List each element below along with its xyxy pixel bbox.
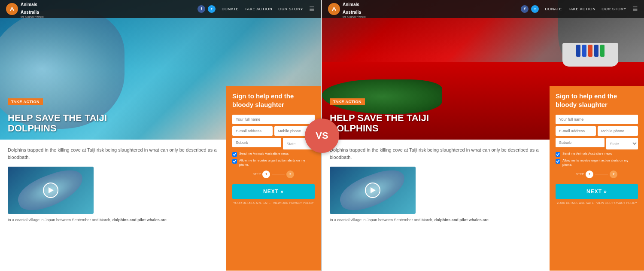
left-logo: Animals Australia for a kinder world: [6, 0, 44, 18]
right-step-1: 1: [586, 171, 593, 178]
step-line: [272, 174, 285, 174]
right-description: Dolphins trapped in the killing cove at …: [330, 146, 542, 161]
email-input[interactable]: [232, 126, 273, 136]
right-suburb-input[interactable]: [556, 138, 605, 147]
privacy-text: YOUR DETAILS ARE SAFE · VIEW OUR PRIVACY…: [232, 201, 315, 204]
right-step-indicator: STEP 1 2: [556, 171, 638, 178]
left-text-side: Dolphins trapped in the killing cove at …: [0, 140, 226, 271]
newsletter-label: Send me Animals Australia e-news: [239, 152, 289, 156]
right-alerts-checkbox[interactable]: [556, 159, 560, 164]
right-play-triangle-icon: [371, 187, 376, 193]
right-hero-title: HELP SAVE THE TAIJI DOLPHINS: [330, 113, 429, 134]
right-text-side: Dolphins trapped in the killing cove at …: [322, 140, 550, 271]
right-nav-links: f t DONATE TAKE ACTION OUR STORY ☰: [521, 5, 638, 13]
right-privacy-text: YOUR DETAILS ARE SAFE · VIEW OUR PRIVACY…: [556, 201, 638, 204]
right-form-panel: Sign to help end the bloody slaughter St…: [550, 86, 644, 271]
right-panel: Animals Australia for a kinder world f t…: [322, 0, 644, 271]
right-play-button[interactable]: [365, 183, 380, 198]
suburb-state-row: State NSW VIC QLD WA SA TAS ACT NT: [232, 138, 315, 149]
twitter-button[interactable]: t: [208, 5, 216, 13]
logo-sub: for a kinder world: [21, 15, 44, 18]
right-logo: Animals Australia for a kinder world: [328, 0, 366, 18]
right-caption: In a coastal village in Japan between Se…: [330, 217, 542, 223]
main-container: Animals Australia for a kinder world f t…: [0, 0, 644, 271]
right-logo-text2: Australia: [343, 10, 361, 15]
right-take-action-link[interactable]: TAKE ACTION: [568, 7, 595, 11]
left-panel: Animals Australia for a kinder world f t…: [0, 0, 322, 271]
play-triangle-icon: [49, 187, 54, 193]
social-links: f t: [197, 5, 216, 13]
facebook-button[interactable]: f: [197, 5, 205, 13]
right-menu-icon[interactable]: ☰: [632, 6, 638, 12]
left-description: Dolphins trapped in the killing cove at …: [8, 146, 219, 161]
donate-link[interactable]: DONATE: [222, 7, 239, 11]
alerts-checkbox[interactable]: [232, 159, 237, 164]
right-full-name-input[interactable]: [556, 115, 638, 124]
alerts-checkbox-row: Allow me to receive urgent action alerts…: [232, 158, 315, 167]
suburb-input[interactable]: [232, 138, 281, 147]
play-button[interactable]: [43, 183, 58, 198]
right-social-links: f t: [521, 5, 539, 13]
left-form-panel: Sign to help end the bloody slaughter St…: [226, 86, 321, 271]
logo-text2: Australia: [21, 10, 39, 15]
right-alerts-checkbox-row: Allow me to receive urgent action alerts…: [556, 158, 638, 167]
newsletter-checkbox[interactable]: [232, 152, 237, 157]
right-step-line: [595, 174, 608, 174]
right-email-input[interactable]: [556, 126, 596, 136]
left-hero-section: Animals Australia for a kinder world f t…: [0, 0, 321, 140]
right-suburb-state-row: State NSW VIC QLD WA SA TAS ACT NT: [556, 138, 638, 149]
right-video-thumb[interactable]: [330, 167, 416, 214]
our-story-link[interactable]: OUR STORY: [278, 7, 303, 11]
right-facebook-button[interactable]: f: [521, 5, 529, 13]
left-caption: In a coastal village in Japan between Se…: [8, 217, 219, 223]
logo-text: Animals: [21, 2, 37, 7]
left-nav-links: f t DONATE TAKE ACTION OUR STORY ☰: [197, 5, 315, 13]
next-button[interactable]: NEXT »: [232, 184, 315, 199]
left-video-thumb[interactable]: [8, 167, 94, 214]
right-hero-section: Animals Australia for a kinder world f t…: [322, 0, 644, 140]
step-indicator: STEP 1 2: [232, 171, 315, 178]
svg-point-1: [11, 7, 13, 9]
menu-icon[interactable]: ☰: [309, 6, 315, 12]
right-email-phone-row: [556, 126, 638, 136]
left-navbar: Animals Australia for a kinder world f t…: [0, 0, 321, 18]
left-hero-title: HELP SAVE THE TAIJI DOLPHINS: [8, 113, 107, 134]
alerts-label: Allow me to receive urgent action alerts…: [239, 158, 315, 167]
right-hero-badge: TAKE ACTION: [330, 98, 365, 105]
right-alerts-label: Allow me to receive urgent action alerts…: [562, 158, 638, 167]
vs-circle: VS: [305, 119, 339, 153]
right-next-button[interactable]: NEXT »: [556, 184, 638, 199]
step-1: 1: [262, 171, 270, 178]
right-logo-icon: [328, 3, 340, 15]
step-2: 2: [286, 171, 294, 178]
right-newsletter-checkbox[interactable]: [556, 152, 560, 157]
right-newsletter-label: Send me Animals Australia e-news: [562, 152, 612, 156]
full-name-input[interactable]: [232, 115, 315, 124]
right-form-title: Sign to help end the bloody slaughter: [556, 92, 638, 109]
left-hero-badge: TAKE ACTION: [8, 98, 43, 105]
right-twitter-button[interactable]: t: [531, 5, 539, 13]
take-action-link[interactable]: TAKE ACTION: [245, 7, 272, 11]
newsletter-checkbox-row: Send me Animals Australia e-news: [232, 152, 315, 157]
right-phone-input[interactable]: [598, 126, 638, 136]
logo-icon: [6, 3, 18, 15]
right-our-story-link[interactable]: OUR STORY: [601, 7, 626, 11]
left-form-title: Sign to help end the bloody slaughter: [232, 92, 315, 109]
right-step-2: 2: [610, 171, 617, 178]
email-phone-row: [232, 126, 315, 136]
svg-point-3: [333, 7, 335, 9]
right-logo-sub: for a kinder world: [343, 15, 366, 18]
right-state-select[interactable]: State NSW VIC QLD WA SA TAS ACT NT: [606, 138, 638, 149]
right-logo-text: Animals: [343, 2, 359, 7]
right-navbar: Animals Australia for a kinder world f t…: [322, 0, 644, 18]
right-newsletter-checkbox-row: Send me Animals Australia e-news: [556, 152, 638, 157]
right-donate-link[interactable]: DONATE: [545, 7, 562, 11]
